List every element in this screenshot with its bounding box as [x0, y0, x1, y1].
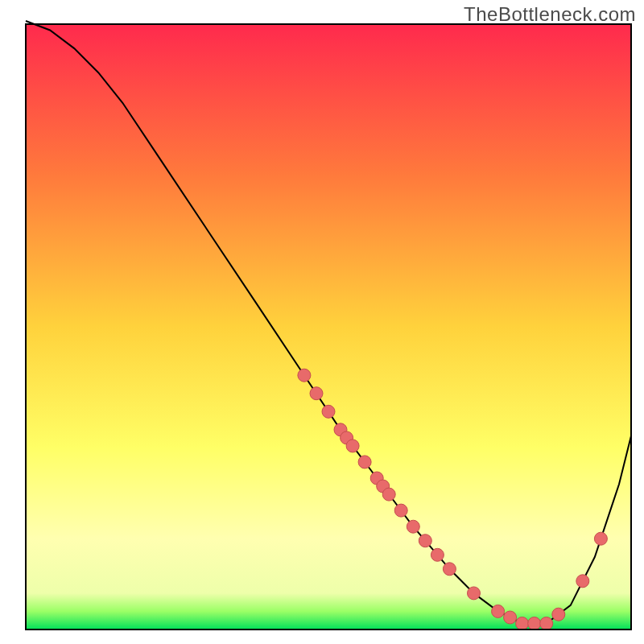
highlight-dot	[382, 488, 395, 501]
highlight-dot	[443, 563, 456, 576]
bottleneck-chart	[0, 0, 644, 644]
highlight-dot	[346, 440, 359, 452]
highlight-dot	[394, 504, 407, 517]
highlight-dot	[310, 387, 323, 400]
watermark-text: TheBottleneck.com	[464, 3, 636, 26]
highlight-dot	[468, 587, 481, 600]
highlight-dot	[516, 617, 529, 630]
highlight-dot	[552, 608, 565, 621]
highlight-dot	[431, 548, 444, 561]
highlight-dot	[540, 617, 553, 630]
highlight-dot	[358, 456, 371, 469]
highlight-dot	[298, 369, 311, 382]
highlight-dot	[492, 605, 505, 617]
highlight-dot	[528, 617, 541, 630]
highlight-dot	[504, 611, 517, 624]
highlight-dot	[419, 535, 431, 547]
highlight-dot	[322, 405, 335, 418]
highlight-dot	[576, 575, 589, 588]
highlight-dot	[407, 520, 419, 533]
plot-background	[26, 24, 631, 630]
highlight-dot	[594, 532, 607, 545]
chart-frame: TheBottleneck.com	[0, 0, 644, 644]
